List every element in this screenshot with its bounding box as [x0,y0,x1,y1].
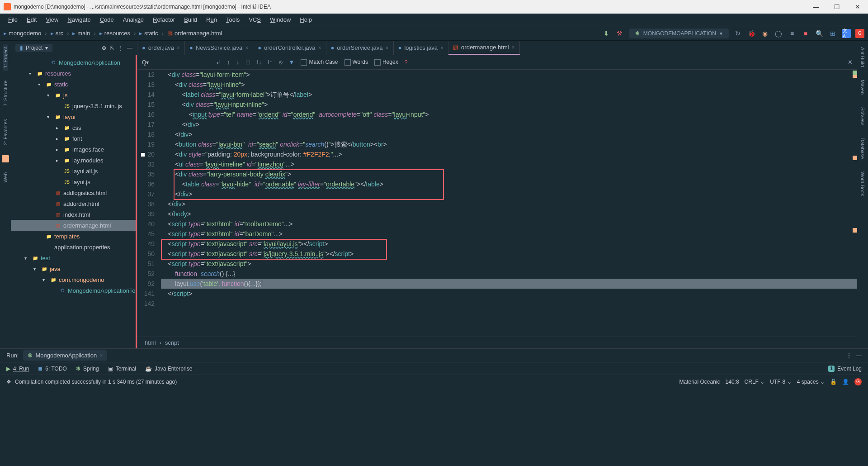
close-tab-icon[interactable]: × [177,45,180,51]
tree-item[interactable]: JSlayui.all.js [11,166,136,176]
toolwindow-maven[interactable]: Maven [860,77,865,97]
grid-icon[interactable]: ⊞ [828,29,837,38]
tree-item[interactable]: ▾📁layui [11,111,136,122]
run-settings-icon[interactable]: ⋮ [846,352,852,359]
cursor-position[interactable]: 140:8 [726,379,739,385]
filter-icon[interactable]: I↓ [257,59,261,66]
tree-item[interactable]: ▧index.html [11,209,136,220]
breadcrumb-item[interactable]: ▸resources [99,30,130,37]
breadcrumb-item[interactable]: ▸main [72,30,90,37]
menu-file[interactable]: File [4,16,22,23]
coverage-icon[interactable]: ◉ [760,29,769,38]
indent-setting[interactable]: 4 spaces ⌄ [797,379,825,385]
tree-item[interactable]: ▾📁com.mongodemo [11,274,136,285]
breadcrumb-item[interactable]: ▸src [51,30,63,37]
find-input[interactable] [155,59,209,66]
editor-tab[interactable]: ●order.java× [137,41,185,55]
run-hide-icon[interactable]: — [856,352,862,359]
select-icon[interactable]: ⊡ [245,59,250,66]
breadcrumb-item[interactable]: ▧ordermanage.html [167,30,222,37]
debug-icon[interactable]: 🐞 [747,29,756,38]
menu-navigate[interactable]: Navigate [63,16,95,23]
tree-item[interactable]: ©MongodemoApplicationTe [11,285,136,296]
run-config-selector[interactable]: ❃ MONGODEMOAPPLICATION ▾ [629,29,729,38]
breadcrumb-item[interactable]: ▸static [139,30,158,37]
close-button[interactable]: ✕ [847,0,868,14]
help-icon[interactable]: ? [405,59,408,66]
code-editor[interactable]: 1213141516171819203235363738394045495051… [137,70,857,337]
menu-refactor[interactable]: Refactor [148,16,179,23]
theme-indicator[interactable]: Material Oceanic [679,379,720,385]
hide-icon[interactable]: — [127,45,132,51]
event-log[interactable]: 1Event Log [828,366,862,372]
toolwindow-web[interactable]: Web [3,170,8,185]
settings-icon[interactable]: ⋮ [118,45,123,51]
project-view-selector[interactable]: ▮ Project ▾ [15,44,52,52]
stop-icon[interactable]: ■ [801,29,810,38]
minimize-button[interactable]: — [806,0,826,14]
tree-item[interactable]: 📁templates [11,231,136,242]
file-encoding[interactable]: UTF-8 ⌄ [770,379,791,385]
line-separator[interactable]: CRLF ⌄ [745,379,765,385]
next-match-icon[interactable]: ↓ [236,59,240,66]
toolwindow-structure[interactable]: 7: Structure [3,78,8,109]
tree-item[interactable]: ▾📁resources [11,68,136,79]
editor-tab[interactable]: ●NewsService.java× [185,41,253,55]
scroll-strip[interactable] [853,70,857,337]
hammer-icon[interactable]: ⚒ [615,29,624,38]
menu-window[interactable]: Window [265,16,295,23]
bottom-spring[interactable]: ❃Spring [76,366,99,372]
menu-tools[interactable]: Tools [222,16,244,23]
tree-item[interactable]: ▾📁static [11,79,136,90]
menu-code[interactable]: Code [95,16,118,23]
tree-item[interactable]: ▧addlogistics.html [11,187,136,198]
translate-icon[interactable]: 文A [842,29,851,38]
tree-item[interactable]: ▾📁js [11,90,136,100]
editor-tab[interactable]: ●orderService.java× [326,41,394,55]
inspections-icon[interactable]: 👤 [842,379,849,385]
menu-vcs[interactable]: VCS [244,16,265,23]
close-tab-icon[interactable]: × [245,45,248,51]
menu-build[interactable]: Build [179,16,202,23]
bottom-todo[interactable]: ≣6: TODO [38,366,67,372]
prev-match-icon[interactable]: ↑ [227,59,230,66]
editor-tab[interactable]: ●orderController.java× [253,41,326,55]
menu-analyze[interactable]: Analyze [118,16,148,23]
toolwindow-sciview[interactable]: SciView [860,105,865,128]
toolwindow-database[interactable]: Database [860,135,865,162]
toolwindow-wordbook[interactable]: Word Book [860,169,865,199]
breadcrumb-item[interactable]: ▸mongodemo [4,30,41,37]
menu-view[interactable]: View [41,16,63,23]
tree-item[interactable]: JSjquery-3.5.1.min..js [11,100,136,111]
maximize-button[interactable]: ☐ [826,0,847,14]
tree-item[interactable]: ▸📁images.face [11,144,136,155]
toolwindow-project[interactable]: 1: Project [3,44,8,71]
gear-icon[interactable]: ⊕ [102,45,106,51]
menu-edit[interactable]: Edit [22,16,41,23]
close-tab-icon[interactable]: × [318,45,321,51]
tree-item[interactable]: ▸📁font [11,133,136,144]
close-find-icon[interactable]: ✕ [848,59,853,66]
tree-item[interactable]: ▾📁java [11,263,136,274]
close-tab-icon[interactable]: × [386,45,389,51]
editor-breadcrumb[interactable]: html›script [137,337,857,348]
toolwindow-ant[interactable]: Ant Build [860,44,865,70]
menu-run[interactable]: Run [202,16,222,23]
filter2-icon[interactable]: I↑ [268,59,272,66]
menu-help[interactable]: Help [295,16,316,23]
bottom-terminal[interactable]: ▣Terminal [108,366,136,372]
google-status-icon[interactable]: G [854,378,862,385]
tree-item[interactable]: ▸📁css [11,122,136,133]
profiler-icon[interactable]: ◯ [774,29,783,38]
tree-item[interactable]: ▾📁test [11,252,136,263]
tree-item[interactable]: JSlayui.js [11,176,136,187]
attach-icon[interactable]: ≡ [788,29,797,38]
bottom-run[interactable]: ▶4: Run [6,366,29,372]
toolwindow-favorites[interactable]: 2: Favorites [3,116,8,147]
newline-icon[interactable]: ↲ [216,59,221,66]
run-tab[interactable]: ❃ MongodemoApplication × [23,350,107,361]
match-case-checkbox[interactable]: Match Case [301,59,338,66]
tree-item[interactable]: ©MongodemoApplication [11,57,136,68]
export-icon[interactable]: ⎋ [279,59,283,66]
editor-tab[interactable]: ▧ordermanage.html× [448,41,520,55]
